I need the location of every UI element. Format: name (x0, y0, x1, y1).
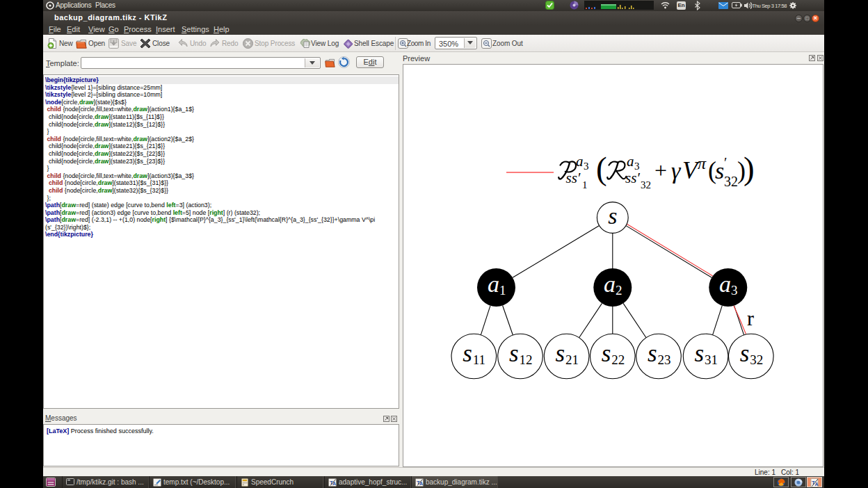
svg-text:r: r (747, 307, 754, 330)
svg-text:s: s (715, 158, 724, 184)
svg-text:a: a (719, 271, 731, 297)
svg-text:s: s (556, 340, 565, 367)
svg-text:a: a (576, 153, 584, 170)
svg-text:s: s (695, 340, 705, 367)
svg-text:ss′: ss′ (625, 170, 640, 186)
svg-text:32: 32 (724, 174, 738, 189)
svg-text:s: s (648, 340, 657, 367)
svg-text:3: 3 (731, 283, 738, 298)
svg-text:32: 32 (641, 179, 651, 190)
svg-text:A: A (419, 481, 423, 486)
svg-text:(: ( (596, 150, 607, 186)
svg-text:A: A (332, 481, 336, 486)
svg-text:ss′: ss′ (566, 170, 581, 186)
svg-text:21: 21 (565, 352, 579, 367)
svg-text:s: s (602, 340, 611, 367)
svg-text:s: s (608, 203, 617, 229)
svg-text:s: s (740, 340, 750, 367)
svg-text:23: 23 (658, 352, 671, 367)
svg-text:a: a (604, 271, 616, 297)
svg-text:22: 22 (611, 352, 625, 367)
svg-text:γ: γ (671, 158, 682, 184)
svg-text:2: 2 (616, 283, 622, 298)
svg-text:31: 31 (705, 352, 718, 367)
svg-text:a: a (627, 153, 634, 170)
svg-text:1: 1 (499, 283, 506, 298)
svg-text:11: 11 (473, 352, 485, 367)
svg-text:s: s (463, 340, 472, 367)
svg-text:a: a (488, 271, 499, 297)
svg-text:12: 12 (520, 352, 533, 367)
svg-text:3: 3 (584, 161, 589, 172)
svg-text:1: 1 (582, 179, 588, 190)
svg-text:′: ′ (724, 155, 727, 170)
svg-text:+: + (654, 158, 667, 183)
svg-text:32: 32 (750, 352, 763, 367)
svg-text:): ) (744, 150, 755, 186)
svg-text:π: π (698, 154, 707, 172)
svg-text:s: s (509, 340, 519, 367)
